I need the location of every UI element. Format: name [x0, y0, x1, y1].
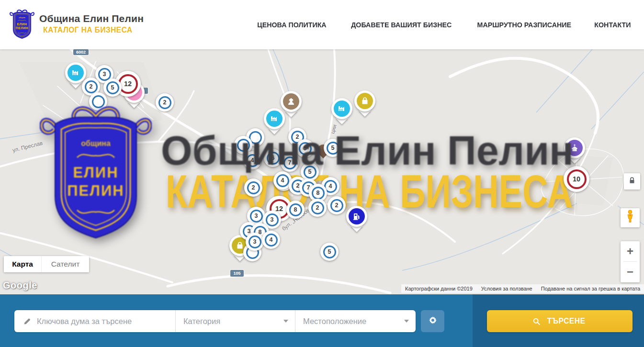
nav-item-add-business[interactable]: ДОБАВЕТЕ ВАШИЯТ БИЗНЕС [351, 21, 452, 29]
factory-icon [71, 68, 80, 78]
report-error-link[interactable]: Подаване на сигнал за грешка в картата [541, 286, 640, 291]
pin-circle [281, 91, 302, 112]
cluster-ring: 4 [276, 174, 289, 187]
cluster-ring: 5 [323, 246, 336, 258]
svg-text:ПЕЛИН: ПЕЛИН [16, 26, 28, 30]
worker-icon [286, 97, 296, 106]
chevron-down-icon [283, 320, 288, 323]
cluster-count: 6 [271, 155, 275, 161]
cluster-ring: 2 [247, 181, 260, 194]
cluster-marker[interactable] [89, 92, 107, 111]
cluster-count: 4 [270, 236, 273, 243]
cluster-marker[interactable]: 4 [262, 231, 280, 249]
search-button-label: ТЪРСЕНЕ [547, 316, 586, 326]
category-select[interactable]: Категория [175, 310, 295, 332]
cluster-count: 2 [90, 83, 93, 90]
cluster-ring: 8 [312, 187, 325, 200]
cluster-marker[interactable]: 3 [296, 139, 314, 157]
cluster-marker[interactable]: 5 [324, 139, 342, 157]
cluster-marker[interactable]: 2 [328, 196, 346, 214]
keyword-field-wrap [14, 310, 175, 332]
nav-item-contacts[interactable]: КОНТАКТИ [594, 21, 631, 29]
pin-circle [564, 137, 585, 158]
cluster-ring: 3 [266, 213, 279, 226]
pencil-icon [23, 317, 31, 325]
cluster-count: 5 [111, 84, 114, 91]
page: община ЕЛИН ПЕЛИН Община Елин Пелин КАТА… [0, 0, 644, 347]
zoom-control: + − [621, 241, 640, 282]
keyword-search-input[interactable] [37, 317, 169, 326]
cluster-count: 3 [253, 238, 257, 245]
map-type-button-satellite[interactable]: Сателит [41, 256, 89, 272]
cluster-marker[interactable]: 7 [281, 154, 299, 172]
fuel-station-pin-marker[interactable] [346, 206, 367, 234]
lock-button[interactable] [624, 173, 640, 190]
pegman-icon [625, 210, 635, 226]
brand-link[interactable]: община ЕЛИН ПЕЛИН Община Елин Пелин КАТА… [10, 9, 144, 39]
pin-circle [65, 62, 86, 83]
search-button[interactable]: ТЪРСЕНЕ [487, 310, 633, 332]
zoom-in-button[interactable]: + [621, 241, 640, 261]
cluster-count: 4 [329, 183, 332, 190]
factory-pin-marker[interactable] [65, 62, 86, 90]
cluster-marker[interactable]: 8 [286, 201, 305, 219]
cluster-count: 3 [255, 213, 258, 219]
search-icon [532, 317, 541, 325]
map-region[interactable]: 6002105ул. Преславбул. „Новоселции КАТАЛ… [0, 49, 644, 294]
cluster-count: 7 [288, 159, 292, 166]
category-select-label: Категория [183, 317, 220, 326]
cluster-count: 3 [103, 71, 106, 78]
chevron-down-icon [404, 320, 409, 323]
cluster-count: 5 [308, 168, 312, 175]
search-filters-group: Категория Местоположение [14, 310, 416, 332]
factory-pin-marker[interactable] [331, 98, 352, 126]
cluster-count: 3 [304, 145, 307, 152]
factory-icon [270, 114, 279, 123]
cluster-marker[interactable]: 10 [564, 166, 589, 192]
cluster-ring: 6 [267, 152, 280, 165]
construction-worker-pin-marker[interactable] [281, 91, 302, 119]
cluster-count: 12 [124, 80, 132, 88]
cluster-marker[interactable]: 5 [320, 243, 339, 261]
advanced-settings-button[interactable] [421, 310, 444, 332]
nav-item-route-schedule[interactable]: МАРШРУТНО РАЗПИСАНИЕ [477, 21, 572, 29]
cluster-count: 4 [281, 177, 284, 184]
svg-text:ЕЛИН: ЕЛИН [17, 22, 27, 26]
cluster-marker[interactable]: 4 [243, 151, 261, 169]
shopping-bag-pin-marker[interactable] [354, 90, 375, 118]
cluster-ring: 3 [299, 142, 312, 155]
church-pin-marker[interactable] [564, 137, 585, 165]
google-logo[interactable]: Google [3, 280, 37, 291]
terms-link[interactable]: Условия за ползване [481, 286, 532, 291]
cluster-marker[interactable]: 2 [244, 179, 262, 197]
cluster-ring: 8 [289, 203, 302, 216]
cluster-marker[interactable]: 5 [103, 78, 122, 97]
main-nav: ЦЕНОВА ПОЛИТИКАДОБАВЕТЕ ВАШИЯТ БИЗНЕСМАР… [254, 0, 633, 49]
cluster-count: 4 [251, 157, 254, 164]
cluster-ring: 10 [567, 169, 587, 189]
cluster-marker[interactable]: 2 [308, 199, 327, 217]
pegman-control[interactable] [621, 208, 640, 227]
cluster-marker[interactable]: 2 [156, 93, 174, 112]
municipality-logo-icon: община ЕЛИН ПЕЛИН [10, 9, 34, 39]
bag-icon [360, 96, 370, 106]
cluster-marker[interactable]: 3 [246, 233, 264, 251]
nav-item-pricing[interactable]: ЦЕНОВА ПОЛИТИКА [257, 21, 326, 29]
cluster-marker[interactable]: 6 [264, 149, 282, 167]
map-type-control: Карта Сателит [4, 256, 89, 272]
pin-circle [346, 206, 367, 227]
search-bar: Категория Местоположение [0, 294, 644, 347]
cluster-ring: 2 [158, 96, 171, 109]
lock-icon [628, 176, 636, 187]
map-type-button-map[interactable]: Карта [4, 256, 41, 272]
cluster-count: 2 [252, 184, 255, 191]
cluster-ring: 3 [249, 235, 261, 248]
cluster-count: 2 [335, 202, 339, 209]
cluster-count: 8 [294, 206, 297, 213]
zoom-out-button[interactable]: − [621, 262, 640, 282]
location-select[interactable]: Местоположение [295, 310, 416, 332]
site-subtitle: КАТАЛОГ НА БИЗНЕСА [43, 25, 132, 35]
cluster-ring: 5 [106, 81, 119, 94]
cluster-ring: 3 [250, 210, 263, 223]
map-data-notice: Картографски данни ©2019 [405, 286, 473, 291]
